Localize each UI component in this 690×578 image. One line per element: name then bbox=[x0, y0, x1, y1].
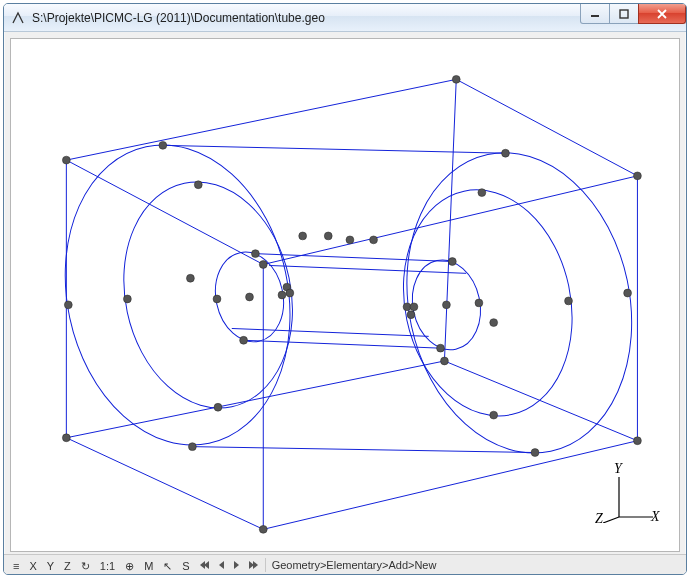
svg-point-23 bbox=[123, 295, 131, 303]
svg-point-29 bbox=[246, 293, 254, 301]
grid-button[interactable]: ⊕ bbox=[120, 556, 139, 574]
svg-point-43 bbox=[490, 319, 498, 327]
svg-line-50 bbox=[603, 517, 619, 523]
svg-point-10 bbox=[633, 172, 641, 180]
svg-point-33 bbox=[407, 311, 415, 319]
svg-point-20 bbox=[194, 181, 202, 189]
status-bar: ≡ X Y Z ↻ 1:1 ⊕ M ↖ S Geometry>Elementar… bbox=[4, 554, 686, 574]
svg-point-45 bbox=[346, 236, 354, 244]
view-y-button[interactable]: Y bbox=[42, 556, 59, 574]
svg-point-34 bbox=[478, 189, 486, 197]
svg-point-30 bbox=[502, 149, 510, 157]
svg-point-8 bbox=[62, 156, 70, 164]
svg-point-35 bbox=[565, 297, 573, 305]
fit-button[interactable]: 1:1 bbox=[95, 556, 120, 574]
prev-button[interactable] bbox=[214, 556, 229, 574]
svg-point-47 bbox=[370, 236, 378, 244]
svg-point-22 bbox=[214, 403, 222, 411]
prev-step-button[interactable] bbox=[195, 556, 214, 574]
minimize-button[interactable] bbox=[580, 4, 610, 24]
svg-point-12 bbox=[62, 434, 70, 442]
svg-point-31 bbox=[624, 289, 632, 297]
svg-point-14 bbox=[633, 437, 641, 445]
svg-point-9 bbox=[452, 75, 460, 83]
solver-button[interactable]: S bbox=[177, 556, 194, 574]
select-button[interactable]: ↖ bbox=[158, 556, 177, 574]
axis-z-label: Z bbox=[595, 511, 603, 527]
svg-point-42 bbox=[442, 301, 450, 309]
svg-point-25 bbox=[278, 291, 286, 299]
close-button[interactable] bbox=[638, 4, 686, 24]
window-title: S:\Projekte\PICMC-LG (2011)\Documentatio… bbox=[32, 11, 325, 25]
app-window: S:\Projekte\PICMC-LG (2011)\Documentatio… bbox=[3, 3, 687, 575]
app-icon bbox=[10, 10, 26, 26]
svg-point-5 bbox=[380, 132, 659, 474]
svg-point-26 bbox=[240, 336, 248, 344]
title-bar[interactable]: S:\Projekte\PICMC-LG (2011)\Documentatio… bbox=[4, 4, 686, 32]
viewport[interactable]: X Y Z bbox=[10, 38, 680, 552]
geometry-wireframe bbox=[11, 39, 679, 551]
svg-point-13 bbox=[441, 357, 449, 365]
svg-point-36 bbox=[490, 411, 498, 419]
axis-y-label: Y bbox=[614, 461, 622, 477]
axis-x-label: X bbox=[651, 509, 660, 525]
rotate-button[interactable]: ↻ bbox=[76, 556, 95, 574]
divider bbox=[265, 558, 266, 572]
svg-point-11 bbox=[259, 261, 267, 269]
status-message: Geometry>Elementary>Add>New bbox=[272, 559, 437, 571]
mesh-button[interactable]: M bbox=[139, 556, 158, 574]
svg-rect-1 bbox=[620, 10, 628, 18]
svg-point-15 bbox=[259, 525, 267, 533]
svg-point-18 bbox=[188, 443, 196, 451]
svg-point-46 bbox=[299, 232, 307, 240]
svg-point-39 bbox=[475, 299, 483, 307]
svg-point-28 bbox=[186, 274, 194, 282]
svg-point-16 bbox=[159, 141, 167, 149]
view-z-button[interactable]: Z bbox=[59, 556, 76, 574]
maximize-button[interactable] bbox=[609, 4, 639, 24]
svg-point-24 bbox=[251, 250, 259, 258]
next-button[interactable] bbox=[229, 556, 244, 574]
svg-point-40 bbox=[437, 344, 445, 352]
svg-point-38 bbox=[448, 258, 456, 266]
next-step-button[interactable] bbox=[244, 556, 263, 574]
window-controls bbox=[581, 4, 686, 24]
svg-point-27 bbox=[213, 295, 221, 303]
view-x-button[interactable]: X bbox=[24, 556, 41, 574]
menu-button[interactable]: ≡ bbox=[8, 556, 24, 574]
axis-gizmo: X Y Z bbox=[601, 467, 661, 523]
svg-point-19 bbox=[64, 301, 72, 309]
svg-point-32 bbox=[531, 449, 539, 457]
svg-point-41 bbox=[410, 303, 418, 311]
svg-point-21 bbox=[286, 289, 294, 297]
svg-point-44 bbox=[324, 232, 332, 240]
